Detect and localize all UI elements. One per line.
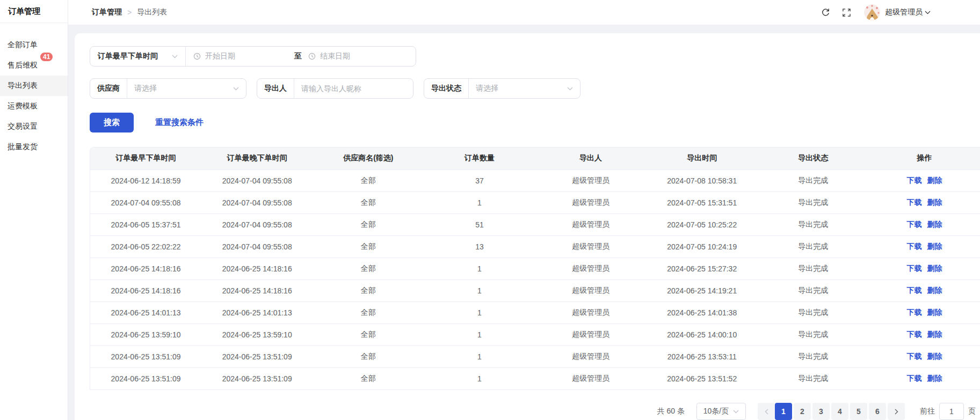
table-row: 2024-06-05 15:37:512024-07-04 09:55:08全部…	[90, 213, 980, 235]
exporter-input[interactable]	[301, 84, 406, 93]
table-cell: 2024-07-05 10:24:19	[647, 235, 758, 257]
next-page-button[interactable]	[888, 403, 905, 420]
download-link[interactable]: 下载	[906, 176, 921, 185]
time-type-select[interactable]: 订单最早下单时间	[90, 47, 186, 66]
actions-cell: 下载删除	[869, 345, 980, 367]
table-body: 2024-06-12 14:18:592024-07-04 09:55:08全部…	[90, 170, 980, 389]
filter-row: 供应商 请选择 导出人 导出状态 请选择	[90, 78, 980, 99]
page-buttons: 123456	[775, 403, 886, 420]
supplier-select[interactable]: 请选择	[127, 84, 246, 93]
download-link[interactable]: 下载	[906, 286, 921, 294]
reset-filters-link[interactable]: 重置搜索条件	[155, 117, 204, 128]
breadcrumb-item-orders[interactable]: 订单管理	[92, 8, 122, 17]
sidebar-item-4[interactable]: 运费模板	[0, 96, 68, 116]
delete-link[interactable]: 删除	[927, 264, 942, 272]
sidebar-item-5[interactable]: 交易设置	[0, 116, 68, 137]
download-link[interactable]: 下载	[906, 352, 921, 360]
fullscreen-icon[interactable]	[842, 8, 851, 17]
table-cell: 2024-06-05 22:02:22	[90, 235, 201, 257]
table-cell: 2024-06-25 14:18:16	[201, 279, 313, 301]
page-button-3[interactable]: 3	[812, 403, 830, 420]
table-cell: 2024-06-12 14:18:59	[90, 170, 201, 191]
table-cell: 超级管理员	[535, 279, 647, 301]
export-status-select[interactable]: 请选择	[469, 84, 580, 93]
page-size-value: 10条/页	[703, 407, 729, 416]
table-cell: 导出完成	[758, 257, 869, 279]
download-link[interactable]: 下载	[906, 264, 921, 272]
download-link[interactable]: 下载	[906, 220, 921, 229]
supplier-placeholder: 请选择	[134, 84, 157, 93]
table-cell: 超级管理员	[535, 191, 647, 213]
table-cell: 51	[424, 213, 535, 235]
download-link[interactable]: 下载	[906, 198, 921, 207]
table-cell: 导出完成	[758, 279, 869, 301]
user-name[interactable]: 超级管理员	[885, 8, 923, 17]
refresh-icon[interactable]	[821, 8, 830, 17]
prev-page-button[interactable]	[758, 403, 775, 420]
download-link[interactable]: 下载	[906, 374, 921, 382]
chevron-down-icon[interactable]	[925, 11, 931, 14]
table-row: 2024-06-25 14:18:162024-06-25 14:18:16全部…	[90, 257, 980, 279]
table-cell: 全部	[313, 191, 424, 213]
start-date-field[interactable]: 开始日期	[193, 51, 293, 61]
table-cell: 超级管理员	[535, 257, 647, 279]
search-button[interactable]: 搜索	[90, 113, 134, 132]
sidebar-menu: 全部订单 售后维权 41 导出列表 运费模板 交易设置 批量发货	[0, 35, 68, 157]
goto-page-input[interactable]	[939, 403, 964, 420]
table-cell: 1	[424, 323, 535, 345]
table-cell: 2024-06-25 13:51:09	[90, 345, 201, 367]
date-range-picker[interactable]: 开始日期 至 结束日期	[186, 47, 416, 66]
table-cell: 1	[424, 191, 535, 213]
sidebar-item-6[interactable]: 批量发货	[0, 137, 68, 157]
table-row: 2024-06-05 22:02:222024-07-04 09:55:08全部…	[90, 235, 980, 257]
sidebar-item-2[interactable]: 售后维权 41	[0, 55, 68, 76]
delete-link[interactable]: 删除	[927, 330, 942, 338]
main-content: 订单最早下单时间 开始日期 至	[68, 25, 980, 420]
table-cell: 1	[424, 257, 535, 279]
sidebar-item-1[interactable]: 全部订单	[0, 35, 68, 55]
page-button-1[interactable]: 1	[775, 403, 792, 420]
delete-link[interactable]: 删除	[927, 352, 942, 360]
topbar-actions: 超级管理员	[809, 4, 931, 20]
column-header: 供应商名(筛选)	[313, 148, 424, 170]
page-button-6[interactable]: 6	[869, 403, 886, 420]
actions-cell: 下载删除	[869, 367, 980, 389]
download-link[interactable]: 下载	[906, 308, 921, 316]
delete-link[interactable]: 删除	[927, 242, 942, 250]
delete-link[interactable]: 删除	[927, 220, 942, 229]
table-cell: 2024-06-25 14:18:16	[201, 257, 313, 279]
page-button-2[interactable]: 2	[794, 403, 811, 420]
time-filter-group: 订单最早下单时间 开始日期 至	[90, 46, 416, 67]
delete-link[interactable]: 删除	[927, 198, 942, 207]
total-count: 共 60 条	[657, 407, 685, 416]
delete-link[interactable]: 删除	[927, 286, 942, 294]
download-link[interactable]: 下载	[906, 242, 921, 250]
actions-cell: 下载删除	[869, 301, 980, 323]
topbar: 订单管理 > 导出列表	[68, 0, 980, 25]
table-cell: 2024-07-04 09:55:08	[90, 191, 201, 213]
table-cell: 导出完成	[758, 170, 869, 191]
sidebar: 订单管理 全部订单 售后维权 41 导出列表 运费模板 交易设置 批量发货	[0, 0, 68, 420]
column-header: 订单数量	[424, 148, 535, 170]
column-header: 导出时间	[647, 148, 758, 170]
delete-link[interactable]: 删除	[927, 308, 942, 316]
table-cell: 37	[424, 170, 535, 191]
column-header: 订单最早下单时间	[90, 148, 201, 170]
sidebar-item-3[interactable]: 导出列表	[0, 76, 68, 96]
actions-cell: 下载删除	[869, 279, 980, 301]
chevron-down-icon	[233, 87, 239, 91]
end-date-field[interactable]: 结束日期	[308, 51, 408, 61]
download-link[interactable]: 下载	[906, 330, 921, 338]
page-size-select[interactable]: 10条/页	[696, 403, 746, 420]
actions-cell: 下载删除	[869, 235, 980, 257]
exporter-label: 导出人	[257, 79, 294, 98]
delete-link[interactable]: 删除	[927, 374, 942, 382]
table-cell: 2024-06-25 14:18:16	[90, 257, 201, 279]
export-table: 订单最早下单时间订单最晚下单时间供应商名(筛选)订单数量导出人导出时间导出状态操…	[90, 148, 980, 389]
delete-link[interactable]: 删除	[927, 176, 942, 185]
table-cell: 导出完成	[758, 213, 869, 235]
page-button-5[interactable]: 5	[850, 403, 867, 420]
table-cell: 2024-07-05 10:25:22	[647, 213, 758, 235]
user-avatar[interactable]	[864, 4, 880, 20]
page-button-4[interactable]: 4	[831, 403, 848, 420]
